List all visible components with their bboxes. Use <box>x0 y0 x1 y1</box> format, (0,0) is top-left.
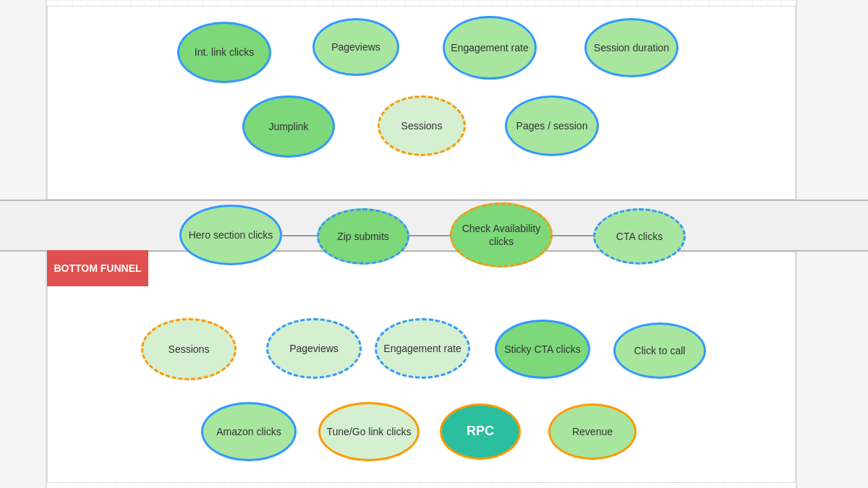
bubble-session-duration[interactable]: Session duration <box>584 18 678 77</box>
connector-2 <box>408 235 451 236</box>
bubble-sessions-bottom[interactable]: Sessions <box>141 318 237 380</box>
bubble-click-to-call[interactable]: Click to call <box>613 322 706 379</box>
bubble-check-availability-clicks[interactable]: Check Availability clicks <box>450 202 553 267</box>
bubble-sessions-top[interactable]: Sessions <box>378 95 466 156</box>
bubble-jumplink[interactable]: Jumplink <box>242 95 335 158</box>
bubble-pageviews-top[interactable]: Pageviews <box>312 18 399 76</box>
bubble-pages-per-session[interactable]: Pages / session <box>505 95 599 156</box>
bubble-sticky-cta-clicks[interactable]: Sticky CTA clicks <box>495 320 590 379</box>
bubble-rpc[interactable]: RPC <box>440 403 521 460</box>
bubble-pageviews-bottom[interactable]: Pageviews <box>266 318 362 379</box>
connector-1 <box>281 235 318 236</box>
bubble-engagement-rate-top[interactable]: Engagement rate <box>443 16 537 80</box>
bubble-amazon-clicks[interactable]: Amazon clicks <box>201 402 297 461</box>
bubble-cta-clicks[interactable]: CTA clicks <box>593 208 686 265</box>
bottom-funnel-label: BOTTOM FUNNEL <box>47 250 148 286</box>
connector-3 <box>551 235 595 236</box>
bubble-zip-submits[interactable]: Zip submits <box>317 208 409 265</box>
bubble-tune-go-link-clicks[interactable]: Tune/Go link clicks <box>318 402 420 461</box>
bubble-hero-section-clicks[interactable]: Hero section clicks <box>179 205 282 265</box>
bubble-int-link-clicks[interactable]: Int. link clicks <box>177 22 271 83</box>
main-canvas: BOTTOM FUNNEL Int. link clicks Pageviews… <box>0 0 868 488</box>
separator-band <box>0 200 868 252</box>
bubble-revenue[interactable]: Revenue <box>548 403 637 460</box>
bubble-engagement-rate-bottom[interactable]: Engagement rate <box>375 318 470 379</box>
